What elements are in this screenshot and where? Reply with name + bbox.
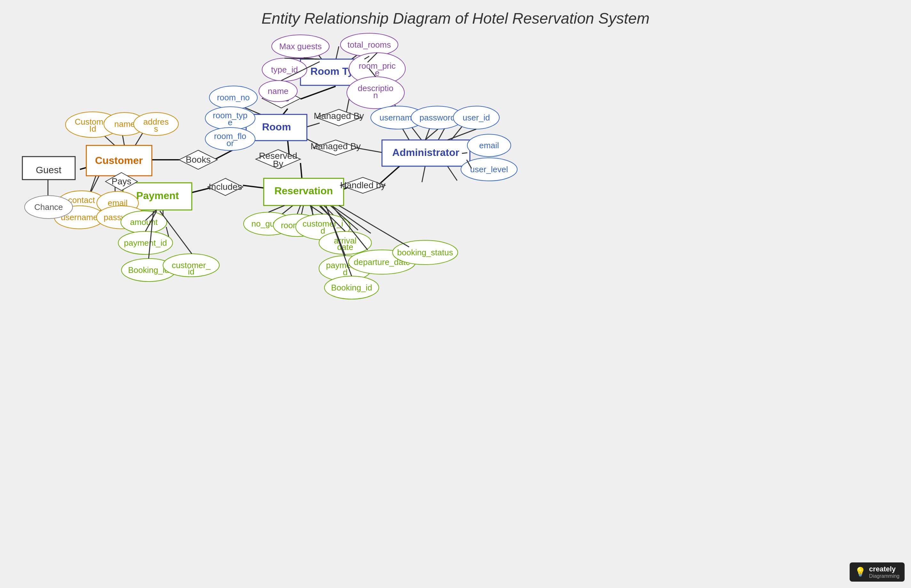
user-level-text: user_level [470,165,508,174]
payment-id-text: payment_id [124,238,167,248]
watermark: 💡 creately Diagramming [850,562,905,582]
customer-id-payment-text2: id [188,267,194,276]
managed-by-upper-label: Managed By [313,111,364,121]
svg-line-48 [422,166,425,182]
svg-line-63 [268,205,284,212]
type-id-text: type_id [271,65,298,74]
er-diagram: Guest Customer Payment Reservation Room … [0,0,911,588]
svg-line-49 [447,166,457,181]
amount-text: amount [130,217,158,227]
name-text: name [114,119,135,129]
svg-line-23 [300,86,336,99]
password-admin-text: password [419,113,455,123]
guest-label: Guest [36,165,62,175]
address-text2: s [154,124,158,134]
room-no-text: room_no [217,93,250,102]
svg-line-61 [462,153,467,153]
user-id-text: user_id [462,113,490,123]
customer-label: Customer [95,155,142,166]
watermark-icon: 💡 [855,567,866,577]
room-type-text2: e [228,118,233,127]
payment-id-res-text2: d [343,268,347,277]
description-text2: n [373,90,378,100]
payment-label: Payment [136,190,179,201]
watermark-brand: creately [869,565,900,573]
books-label: Books [186,155,211,165]
managed-by-lower-label: Managed By [310,141,360,151]
pays-label: Pays [111,176,131,186]
room-type-name-text: name [268,86,288,96]
reserved-by-label2: By [273,159,284,169]
svg-line-64 [297,205,300,214]
administrator-label: Administrator [392,147,459,158]
max-guests-text: Max guests [279,42,322,51]
handled-by-label: Handled by [340,180,386,190]
diagram-container: Entity Relationship Diagram of Hotel Res… [0,0,911,588]
customer-id-text2: Id [89,124,96,134]
watermark-sub: Diagramming [869,573,900,579]
email-admin-text: email [479,141,499,150]
booking-id-res-text: Booking_id [331,283,372,292]
customer-id-res-text2: d [321,226,325,236]
booking-status-text: booking_status [397,248,453,257]
includes-label: Includes [209,182,242,192]
room-label: Room [262,121,291,132]
room-floor-text2: or [226,138,234,148]
reservation-label: Reservation [274,185,333,197]
chance-text: Chance [34,202,63,212]
svg-line-19 [336,46,339,61]
total-rooms-text: total_rooms [347,40,391,50]
svg-line-58 [403,129,409,140]
